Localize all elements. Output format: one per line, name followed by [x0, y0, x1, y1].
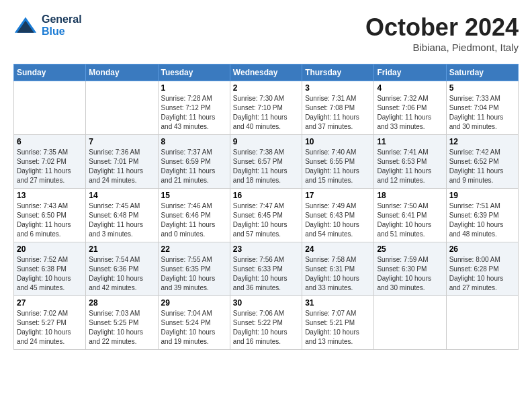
day-info: Sunrise: 7:54 AMSunset: 6:36 PMDaylight:…	[89, 255, 154, 293]
day-number: 4	[377, 83, 443, 93]
day-cell: 10Sunrise: 7:40 AMSunset: 6:55 PMDayligh…	[302, 135, 374, 189]
day-number: 10	[305, 137, 371, 146]
day-cell: 30Sunrise: 7:06 AMSunset: 5:22 PMDayligh…	[230, 296, 302, 350]
day-number: 21	[89, 244, 154, 254]
day-number: 11	[377, 137, 443, 146]
header-sunday: Sunday	[14, 64, 86, 81]
day-cell: 24Sunrise: 7:58 AMSunset: 6:31 PMDayligh…	[302, 242, 374, 296]
day-info: Sunrise: 7:56 AMSunset: 6:33 PMDaylight:…	[233, 255, 299, 293]
month-title: October 2024	[365, 13, 519, 42]
header-saturday: Saturday	[446, 64, 518, 81]
day-number: 3	[305, 83, 371, 93]
day-number: 15	[161, 191, 227, 200]
calendar-table: SundayMondayTuesdayWednesdayThursdayFrid…	[13, 64, 519, 350]
day-cell: 16Sunrise: 7:47 AMSunset: 6:45 PMDayligh…	[230, 189, 302, 242]
day-number: 23	[233, 244, 299, 254]
day-info: Sunrise: 7:35 AMSunset: 7:02 PMDaylight:…	[17, 148, 83, 185]
day-cell: 31Sunrise: 7:07 AMSunset: 5:21 PMDayligh…	[302, 296, 374, 350]
day-info: Sunrise: 7:46 AMSunset: 6:46 PMDaylight:…	[161, 201, 227, 239]
day-number: 20	[17, 244, 83, 254]
day-number: 26	[449, 244, 515, 254]
day-info: Sunrise: 8:00 AMSunset: 6:28 PMDaylight:…	[449, 255, 515, 293]
day-number: 14	[89, 191, 154, 200]
week-row-5: 27Sunrise: 7:02 AMSunset: 5:27 PMDayligh…	[14, 296, 519, 350]
logo: General Blue	[13, 13, 82, 38]
day-info: Sunrise: 7:42 AMSunset: 6:52 PMDaylight:…	[449, 148, 515, 185]
day-number: 7	[89, 137, 154, 146]
day-number: 6	[17, 137, 83, 146]
day-number: 5	[449, 83, 515, 93]
day-cell: 4Sunrise: 7:32 AMSunset: 7:06 PMDaylight…	[374, 81, 446, 135]
header-row: SundayMondayTuesdayWednesdayThursdayFrid…	[14, 64, 519, 81]
day-number: 30	[233, 298, 299, 308]
day-cell: 1Sunrise: 7:28 AMSunset: 7:12 PMDaylight…	[158, 81, 230, 135]
day-number: 17	[305, 191, 371, 200]
logo-text: General Blue	[42, 13, 82, 38]
day-info: Sunrise: 7:37 AMSunset: 6:59 PMDaylight:…	[161, 148, 227, 185]
day-info: Sunrise: 7:47 AMSunset: 6:45 PMDaylight:…	[233, 201, 299, 239]
week-row-1: 1Sunrise: 7:28 AMSunset: 7:12 PMDaylight…	[14, 81, 519, 135]
day-info: Sunrise: 7:06 AMSunset: 5:22 PMDaylight:…	[233, 309, 299, 347]
day-cell: 22Sunrise: 7:55 AMSunset: 6:35 PMDayligh…	[158, 242, 230, 296]
day-number: 8	[161, 137, 227, 146]
day-info: Sunrise: 7:02 AMSunset: 5:27 PMDaylight:…	[17, 309, 83, 347]
day-cell	[446, 296, 518, 350]
week-row-2: 6Sunrise: 7:35 AMSunset: 7:02 PMDaylight…	[14, 135, 519, 189]
day-cell	[14, 81, 86, 135]
day-info: Sunrise: 7:31 AMSunset: 7:08 PMDaylight:…	[305, 94, 371, 132]
day-number: 27	[17, 298, 83, 308]
header-wednesday: Wednesday	[230, 64, 302, 81]
day-info: Sunrise: 7:45 AMSunset: 6:48 PMDaylight:…	[89, 201, 154, 239]
day-number: 28	[89, 298, 154, 308]
day-info: Sunrise: 7:51 AMSunset: 6:39 PMDaylight:…	[449, 201, 515, 239]
day-cell	[374, 296, 446, 350]
day-info: Sunrise: 7:50 AMSunset: 6:41 PMDaylight:…	[377, 201, 443, 239]
day-info: Sunrise: 7:28 AMSunset: 7:12 PMDaylight:…	[161, 94, 227, 132]
day-cell: 17Sunrise: 7:49 AMSunset: 6:43 PMDayligh…	[302, 189, 374, 242]
day-cell: 28Sunrise: 7:03 AMSunset: 5:25 PMDayligh…	[86, 296, 158, 350]
day-info: Sunrise: 7:36 AMSunset: 7:01 PMDaylight:…	[89, 148, 154, 185]
day-cell: 7Sunrise: 7:36 AMSunset: 7:01 PMDaylight…	[86, 135, 158, 189]
day-cell: 19Sunrise: 7:51 AMSunset: 6:39 PMDayligh…	[446, 189, 518, 242]
day-number: 12	[449, 137, 515, 146]
header-monday: Monday	[86, 64, 158, 81]
day-info: Sunrise: 7:33 AMSunset: 7:04 PMDaylight:…	[449, 94, 515, 132]
day-number: 16	[233, 191, 299, 200]
day-number: 25	[377, 244, 443, 254]
day-info: Sunrise: 7:32 AMSunset: 7:06 PMDaylight:…	[377, 94, 443, 132]
day-cell: 20Sunrise: 7:52 AMSunset: 6:38 PMDayligh…	[14, 242, 86, 296]
day-cell: 9Sunrise: 7:38 AMSunset: 6:57 PMDaylight…	[230, 135, 302, 189]
day-cell: 25Sunrise: 7:59 AMSunset: 6:30 PMDayligh…	[374, 242, 446, 296]
day-cell: 6Sunrise: 7:35 AMSunset: 7:02 PMDaylight…	[14, 135, 86, 189]
day-number: 18	[377, 191, 443, 200]
day-number: 29	[161, 298, 227, 308]
week-row-4: 20Sunrise: 7:52 AMSunset: 6:38 PMDayligh…	[14, 242, 519, 296]
day-cell: 12Sunrise: 7:42 AMSunset: 6:52 PMDayligh…	[446, 135, 518, 189]
day-number: 13	[17, 191, 83, 200]
day-number: 9	[233, 137, 299, 146]
day-info: Sunrise: 7:49 AMSunset: 6:43 PMDaylight:…	[305, 201, 371, 239]
day-cell: 15Sunrise: 7:46 AMSunset: 6:46 PMDayligh…	[158, 189, 230, 242]
day-cell: 3Sunrise: 7:31 AMSunset: 7:08 PMDaylight…	[302, 81, 374, 135]
day-info: Sunrise: 7:52 AMSunset: 6:38 PMDaylight:…	[17, 255, 83, 293]
day-info: Sunrise: 7:43 AMSunset: 6:50 PMDaylight:…	[17, 201, 83, 239]
day-info: Sunrise: 7:59 AMSunset: 6:30 PMDaylight:…	[377, 255, 443, 293]
header-friday: Friday	[374, 64, 446, 81]
day-info: Sunrise: 7:40 AMSunset: 6:55 PMDaylight:…	[305, 148, 371, 185]
day-cell: 23Sunrise: 7:56 AMSunset: 6:33 PMDayligh…	[230, 242, 302, 296]
day-info: Sunrise: 7:58 AMSunset: 6:31 PMDaylight:…	[305, 255, 371, 293]
day-number: 1	[161, 83, 227, 93]
day-info: Sunrise: 7:30 AMSunset: 7:10 PMDaylight:…	[233, 94, 299, 132]
day-cell: 13Sunrise: 7:43 AMSunset: 6:50 PMDayligh…	[14, 189, 86, 242]
day-cell: 26Sunrise: 8:00 AMSunset: 6:28 PMDayligh…	[446, 242, 518, 296]
location-subtitle: Bibiana, Piedmont, Italy	[365, 42, 519, 53]
day-cell: 8Sunrise: 7:37 AMSunset: 6:59 PMDaylight…	[158, 135, 230, 189]
day-number: 19	[449, 191, 515, 200]
logo-icon	[13, 15, 38, 36]
day-cell: 2Sunrise: 7:30 AMSunset: 7:10 PMDaylight…	[230, 81, 302, 135]
day-number: 22	[161, 244, 227, 254]
day-cell: 27Sunrise: 7:02 AMSunset: 5:27 PMDayligh…	[14, 296, 86, 350]
day-info: Sunrise: 7:07 AMSunset: 5:21 PMDaylight:…	[305, 309, 371, 347]
week-row-3: 13Sunrise: 7:43 AMSunset: 6:50 PMDayligh…	[14, 189, 519, 242]
day-info: Sunrise: 7:55 AMSunset: 6:35 PMDaylight:…	[161, 255, 227, 293]
